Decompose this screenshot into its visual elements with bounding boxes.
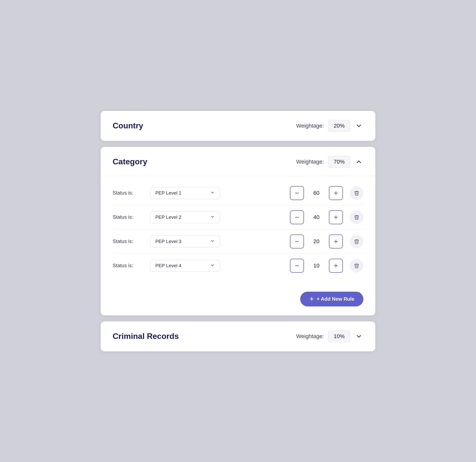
status-label-0: Status is: <box>113 190 145 196</box>
increment-button-2[interactable] <box>329 234 343 248</box>
decrement-button-0[interactable] <box>290 186 304 200</box>
trash-icon-3 <box>354 263 359 268</box>
stepper-group-0: 60 <box>290 186 343 200</box>
status-select-text-1: PEP Level 2 <box>155 215 181 220</box>
plus-icon <box>309 296 314 301</box>
stepper-value-3: 10 <box>304 262 329 269</box>
category-weightage-label: Weightage: <box>296 159 324 165</box>
page-wrapper: Country Weightage: 20% Category Weightag… <box>101 96 375 366</box>
country-weightage-group: Weightage: 20% <box>296 120 363 132</box>
country-collapse-toggle[interactable] <box>354 121 363 130</box>
status-select-2[interactable]: PEP Level 3 <box>150 235 220 247</box>
rule-row: Status is: PEP Level 1 60 <box>113 181 363 205</box>
increment-button-1[interactable] <box>329 210 343 224</box>
criminal-records-collapse-toggle[interactable] <box>354 332 363 341</box>
criminal-records-card: Criminal Records Weightage: 10% <box>101 321 375 351</box>
trash-icon-2 <box>354 239 359 244</box>
trash-icon-1 <box>354 215 359 220</box>
rules-container: Status is: PEP Level 1 60 <box>101 176 375 288</box>
delete-button-3[interactable] <box>350 259 363 272</box>
rule-row: Status is: PEP Level 3 20 <box>113 230 363 254</box>
status-select-3[interactable]: PEP Level 4 <box>150 260 220 272</box>
delete-button-1[interactable] <box>350 211 363 224</box>
category-weightage-value: 70% <box>328 156 350 168</box>
country-weightage-label: Weightage: <box>296 123 324 129</box>
status-select-0[interactable]: PEP Level 1 <box>150 187 220 199</box>
add-new-rule-button[interactable]: + Add New Rule <box>300 292 363 306</box>
delete-button-2[interactable] <box>350 235 363 248</box>
category-weightage-group: Weightage: 70% <box>296 156 363 168</box>
stepper-group-1: 40 <box>290 210 343 224</box>
criminal-records-weightage-value: 10% <box>328 330 350 342</box>
status-select-text-2: PEP Level 3 <box>155 239 181 244</box>
stepper-group-3: 10 <box>290 259 343 273</box>
criminal-records-weightage-label: Weightage: <box>296 333 324 340</box>
status-select-text-3: PEP Level 4 <box>155 263 181 268</box>
status-label-1: Status is: <box>113 214 145 220</box>
select-chevron-icon-3 <box>210 263 215 268</box>
increment-button-0[interactable] <box>329 186 343 200</box>
stepper-value-2: 20 <box>304 238 329 245</box>
status-select-1[interactable]: PEP Level 2 <box>150 211 220 223</box>
stepper-group-2: 20 <box>290 234 343 248</box>
delete-button-0[interactable] <box>350 186 363 200</box>
country-card: Country Weightage: 20% <box>101 111 375 141</box>
add-rule-container: + Add New Rule <box>101 288 375 315</box>
add-rule-label: + Add New Rule <box>317 296 354 302</box>
category-card: Category Weightage: 70% Status is: PEP L… <box>101 147 375 315</box>
status-select-text-0: PEP Level 1 <box>155 190 181 196</box>
country-title: Country <box>113 121 143 130</box>
criminal-records-weightage-group: Weightage: 10% <box>296 330 363 342</box>
category-collapse-toggle[interactable] <box>354 157 363 166</box>
criminal-records-card-header: Criminal Records Weightage: 10% <box>101 321 375 351</box>
rule-row: Status is: PEP Level 4 10 <box>113 254 363 278</box>
trash-icon-0 <box>354 190 359 196</box>
select-chevron-icon-1 <box>210 215 215 220</box>
criminal-records-title: Criminal Records <box>113 332 179 341</box>
decrement-button-2[interactable] <box>290 234 304 248</box>
increment-button-3[interactable] <box>329 259 343 273</box>
decrement-button-3[interactable] <box>290 259 304 273</box>
stepper-value-1: 40 <box>304 214 329 221</box>
country-weightage-value: 20% <box>328 120 350 132</box>
country-card-header: Country Weightage: 20% <box>101 111 375 141</box>
select-chevron-icon-0 <box>210 190 215 196</box>
category-title: Category <box>113 157 147 166</box>
status-label-3: Status is: <box>113 263 145 268</box>
decrement-button-1[interactable] <box>290 210 304 224</box>
select-chevron-icon-2 <box>210 239 215 244</box>
category-card-header: Category Weightage: 70% <box>101 147 375 176</box>
rule-row: Status is: PEP Level 2 40 <box>113 205 363 230</box>
status-label-2: Status is: <box>113 238 145 244</box>
stepper-value-0: 60 <box>304 190 329 196</box>
